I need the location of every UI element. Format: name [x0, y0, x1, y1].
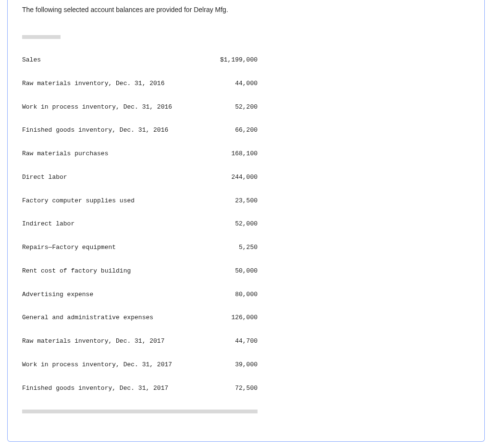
balance-row: Rent cost of factory building50,000	[22, 267, 470, 275]
balance-row: Work in process inventory, Dec. 31, 2017…	[22, 361, 470, 369]
balance-row: Repairs—Factory equipment5,250	[22, 244, 470, 251]
intro-text: The following selected account balances …	[22, 6, 470, 13]
balance-row: Raw materials inventory, Dec. 31, 201744…	[22, 337, 470, 345]
balance-row: Raw materials purchases168,100	[22, 150, 470, 158]
balances-table: Sales$1,199,000 Raw materials inventory,…	[22, 19, 470, 429]
balance-row: Finished goods inventory, Dec. 31, 20177…	[22, 385, 470, 392]
balance-row: Sales$1,199,000	[22, 56, 470, 64]
scroll-indicator-bottom	[22, 410, 258, 413]
balance-row: Factory computer supplies used23,500	[22, 197, 470, 205]
balance-row: Raw materials inventory, Dec. 31, 201644…	[22, 80, 470, 87]
balance-row: Work in process inventory, Dec. 31, 2016…	[22, 103, 470, 111]
balance-row: Advertising expense80,000	[22, 291, 470, 299]
scroll-indicator-top	[22, 35, 61, 39]
balance-row: Finished goods inventory, Dec. 31, 20166…	[22, 126, 470, 134]
balance-row: Indirect labor52,000	[22, 220, 470, 228]
problem-box: The following selected account balances …	[7, 0, 485, 442]
balance-row: Direct labor244,000	[22, 174, 470, 181]
balance-row: General and administrative expenses126,0…	[22, 314, 470, 322]
